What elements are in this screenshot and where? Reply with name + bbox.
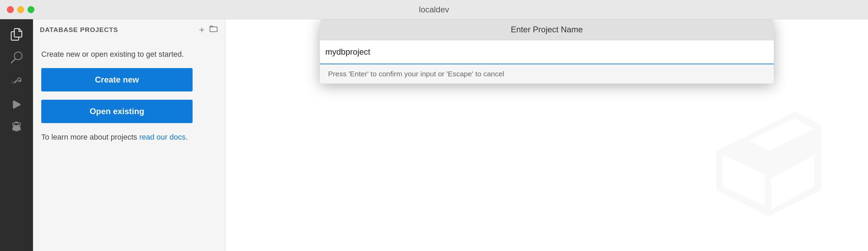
open-existing-button[interactable]: Open existing <box>41 100 193 123</box>
sidebar-item-run-debug[interactable] <box>6 94 28 116</box>
main-content: Enter Project Name Press 'Enter' to conf… <box>226 19 868 251</box>
modal-input-area[interactable] <box>320 40 774 64</box>
sidebar-item-search[interactable] <box>6 47 28 69</box>
sidebar-title: DATABASE PROJECTS <box>40 26 195 34</box>
sidebar-item-files[interactable] <box>6 23 28 45</box>
minimize-button[interactable] <box>17 6 24 13</box>
modal-title: Enter Project Name <box>320 19 774 40</box>
footer-text-before-link: To learn more about projects <box>41 133 139 141</box>
create-new-button[interactable]: Create new <box>41 68 193 91</box>
add-project-button[interactable]: + <box>199 25 205 35</box>
sidebar-header: DATABASE PROJECTS + <box>33 19 225 40</box>
close-button[interactable] <box>7 6 14 13</box>
app-container: DATABASE PROJECTS + Create new or open e… <box>0 19 868 251</box>
sidebar-panel: DATABASE PROJECTS + Create new or open e… <box>33 19 226 251</box>
traffic-lights <box>7 6 34 13</box>
sidebar-description: Create new or open existing to get start… <box>41 48 217 60</box>
modal-hint-text: Press 'Enter' to confirm your input or '… <box>320 64 774 84</box>
sidebar-footer: To learn more about projects read our do… <box>41 131 217 143</box>
open-folder-button[interactable] <box>209 24 218 35</box>
sidebar-item-extensions[interactable] <box>6 117 28 139</box>
title-bar: localdev <box>0 0 868 19</box>
project-name-modal: Enter Project Name Press 'Enter' to conf… <box>320 19 774 84</box>
sidebar-content: Create new or open existing to get start… <box>33 40 225 151</box>
activity-bar <box>0 19 33 251</box>
watermark-icon <box>710 105 840 237</box>
read-docs-link[interactable]: read our docs <box>139 133 186 141</box>
app-title: localdev <box>419 5 449 14</box>
maximize-button[interactable] <box>28 6 34 13</box>
sidebar-item-source-control[interactable] <box>6 70 28 92</box>
footer-text-after-link: . <box>185 133 187 141</box>
project-name-input[interactable] <box>325 46 768 58</box>
